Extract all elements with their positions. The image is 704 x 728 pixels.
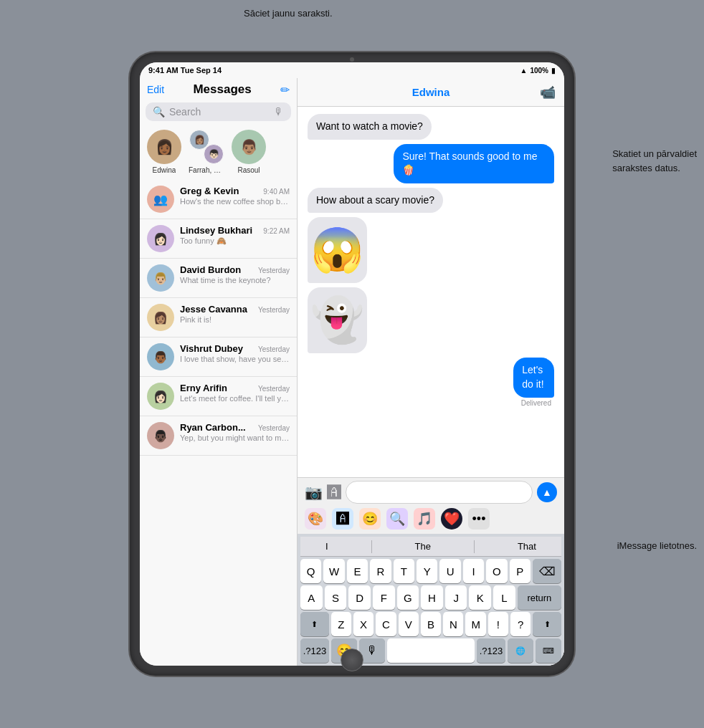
key-a[interactable]: A	[300, 585, 323, 610]
send-button[interactable]: ▲	[537, 482, 557, 502]
wifi-icon: ▲	[520, 67, 528, 75]
key-c[interactable]: C	[376, 612, 396, 636]
key-delete[interactable]: ⌫	[533, 559, 561, 583]
bubble-received-2: How about a scary movie?	[308, 188, 443, 214]
chat-contact-name[interactable]: Edwina	[412, 86, 450, 98]
chat-area: Edwina 📹 Want to watch a movie? Sure! Th…	[298, 78, 564, 666]
pinned-edwina[interactable]: 👩🏾 Edwina	[147, 130, 181, 174]
key-k[interactable]: K	[469, 585, 491, 610]
appclips-icon[interactable]: 🅰	[332, 508, 353, 530]
key-m[interactable]: M	[465, 612, 485, 636]
ipad-frame: 9:41 AM Tue Sep 14 ▲ 100% ▮ Edit Message…	[130, 52, 574, 676]
conv-body-vishrut: Vishrut Dubey Yesterday I love that show…	[180, 343, 290, 363]
pinned-contacts: 👩🏾 Edwina 👩🏽 👦🏻 Farrah, Bry...	[140, 124, 297, 180]
key-i[interactable]: I	[463, 559, 484, 583]
conv-preview-erny: Let's meet for coffee. I'll tell you all…	[180, 394, 290, 403]
pinned-avatar-farrah: 👩🏽 👦🏻	[189, 130, 224, 164]
key-q[interactable]: Q	[300, 559, 321, 583]
mic-icon: 🎙	[274, 106, 284, 118]
key-g[interactable]: G	[397, 585, 419, 610]
conv-preview-greg: How's the new coffee shop by you guys?	[180, 197, 290, 206]
conv-name-erny: Erny Arifin	[180, 383, 227, 393]
key-shift-right[interactable]: ⬆	[533, 612, 561, 636]
message-input[interactable]	[346, 481, 533, 504]
msg-sent-1: Sure! That sounds good to me 🍿	[308, 144, 554, 183]
search-app-icon[interactable]: 🔍	[386, 508, 408, 530]
key-u[interactable]: U	[439, 559, 460, 583]
app-bar: 📷 🅰 ▲ 🎨 🅰 😊 🔍 🎵 ❤️	[298, 477, 564, 534]
msg-received-emoji1: 😱	[308, 217, 554, 283]
suggestion-i[interactable]: I	[318, 540, 336, 553]
app-icons-row: 🎨 🅰 😊 🔍 🎵 ❤️ •••	[305, 507, 557, 531]
key-e[interactable]: E	[347, 559, 368, 583]
key-l[interactable]: L	[493, 585, 515, 610]
key-num-right[interactable]: .?123	[477, 638, 505, 663]
conv-lindsey[interactable]: 👩🏻 Lindsey Bukhari 9:22 AM Too funny 🙈	[140, 219, 297, 259]
key-question[interactable]: ?	[510, 612, 531, 636]
conv-david[interactable]: 👨🏼 David Burdon Yesterday What time is t…	[140, 259, 297, 298]
more-apps-icon[interactable]: •••	[468, 508, 490, 530]
pinned-avatar-edwina: 👩🏾	[147, 130, 181, 164]
conv-avatar-greg: 👥	[147, 186, 174, 213]
key-w[interactable]: W	[323, 559, 344, 583]
conv-greg[interactable]: 👥 Greg & Kevin 9:40 AM How's the new cof…	[140, 180, 297, 219]
conv-jesse[interactable]: 👩🏽 Jesse Cavanna Yesterday Pink it is!	[140, 298, 297, 337]
conv-body-jesse: Jesse Cavanna Yesterday Pink it is!	[180, 304, 290, 324]
key-z[interactable]: Z	[331, 612, 351, 636]
key-t[interactable]: T	[394, 559, 414, 583]
key-return[interactable]: return	[518, 585, 561, 610]
home-button[interactable]	[341, 648, 363, 671]
key-s[interactable]: S	[325, 585, 347, 610]
digitaltouch-icon[interactable]: ❤️	[441, 508, 462, 530]
music-icon[interactable]: 🎵	[414, 508, 435, 530]
key-keyboard[interactable]: ⌨	[536, 638, 561, 663]
edit-button[interactable]: Edit	[147, 84, 164, 95]
key-intl[interactable]: 🌐	[508, 638, 533, 663]
photos-app-icon[interactable]: 🎨	[305, 508, 326, 530]
key-x[interactable]: X	[353, 612, 374, 636]
search-placeholder: Search	[169, 106, 201, 118]
conv-name-david: David Burdon	[180, 264, 241, 275]
appstore-button[interactable]: 🅰	[327, 484, 341, 501]
key-r[interactable]: R	[370, 559, 391, 583]
screen-content: 9:41 AM Tue Sep 14 ▲ 100% ▮ Edit Message…	[140, 62, 564, 666]
camera-button[interactable]: 📷	[305, 484, 323, 501]
pinned-farrah[interactable]: 👩🏽 👦🏻 Farrah, Bry...	[189, 130, 224, 174]
key-b[interactable]: B	[421, 612, 441, 636]
key-j[interactable]: J	[445, 585, 467, 610]
conv-preview-ryan: Yep, but you might want to make it a sur…	[180, 434, 290, 442]
memoji-icon[interactable]: 😊	[359, 508, 381, 530]
chat-messages: Want to watch a movie? Sure! That sounds…	[298, 107, 564, 477]
key-shift-left[interactable]: ⬆	[300, 612, 329, 636]
conv-ryan[interactable]: 👨🏿 Ryan Carbon... Yesterday Yep, but you…	[140, 416, 297, 456]
key-num-left[interactable]: .?123	[300, 638, 329, 663]
battery-label: 100%	[530, 67, 548, 75]
pinned-rasoul[interactable]: 👨🏽 Rasoul	[232, 130, 266, 174]
key-v[interactable]: V	[399, 612, 419, 636]
conv-erny[interactable]: 👩🏻 Erny Arifin Yesterday Let's meet for …	[140, 377, 297, 416]
key-exclaim[interactable]: !	[488, 612, 508, 636]
conv-preview-jesse: Pink it is!	[180, 315, 290, 324]
video-call-button[interactable]: 📹	[540, 85, 556, 100]
suggestion-the[interactable]: The	[408, 540, 438, 553]
key-y[interactable]: Y	[417, 559, 437, 583]
conv-vishrut[interactable]: 👨🏾 Vishrut Dubey Yesterday I love that s…	[140, 337, 297, 377]
key-p[interactable]: P	[510, 559, 531, 583]
key-h[interactable]: H	[421, 585, 443, 610]
sidebar-header: Edit Messages ✏	[140, 78, 297, 100]
suggestion-divider-2	[474, 540, 475, 553]
status-bar: 9:41 AM Tue Sep 14 ▲ 100% ▮	[140, 62, 564, 78]
key-f[interactable]: F	[373, 585, 395, 610]
conv-name-greg: Greg & Kevin	[180, 186, 239, 196]
msg-sent-2-container: Let's do it! Delivered	[308, 358, 554, 406]
key-n[interactable]: N	[443, 612, 463, 636]
suggestion-that[interactable]: That	[510, 540, 543, 553]
key-space[interactable]	[387, 638, 475, 663]
conv-avatar-ryan: 👨🏿	[147, 422, 174, 449]
key-d[interactable]: D	[348, 585, 371, 610]
camera-dot	[350, 57, 354, 62]
key-o[interactable]: O	[486, 559, 507, 583]
conv-time-vishrut: Yesterday	[258, 345, 290, 353]
compose-button[interactable]: ✏	[280, 83, 290, 97]
search-bar[interactable]: 🔍 Search 🎙	[146, 102, 291, 121]
